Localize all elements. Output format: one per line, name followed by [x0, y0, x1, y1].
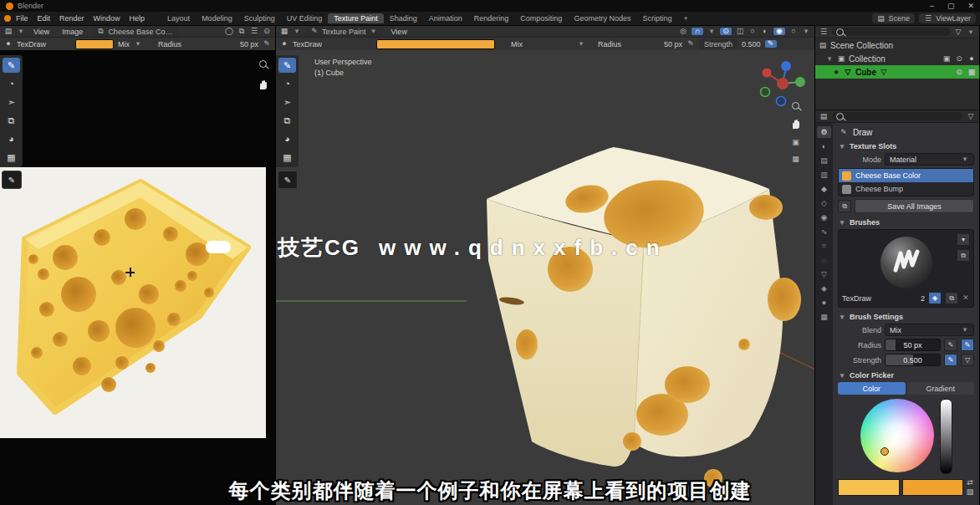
mode-selector[interactable]: ✎ Texture Paint ▾ — [305, 27, 383, 37]
brush-thumb-icon[interactable]: ● — [4, 40, 13, 48]
blend-mode[interactable]: Mix — [118, 40, 130, 48]
menu-edit[interactable]: Edit — [33, 13, 55, 23]
image-view-menu[interactable]: View — [29, 27, 54, 37]
brush-color-swatch[interactable] — [376, 39, 495, 49]
tool-draw[interactable]: ✎ — [3, 58, 20, 73]
radius-pressure-icon[interactable]: ✎ — [944, 339, 957, 351]
hide-icon[interactable]: ⊙ — [955, 55, 963, 63]
blend-dropdown[interactable]: Mix ▾ — [885, 324, 974, 336]
blend-dropdown-icon[interactable]: ▾ — [134, 40, 142, 48]
outliner-row-collection[interactable]: ▾ ▣ Collection ▣ ⊙ ● — [815, 52, 979, 65]
image-image-menu[interactable]: Image — [58, 27, 87, 37]
pan-hand-icon[interactable] — [258, 79, 268, 90]
strength-pressure-icon[interactable]: ✎ — [944, 354, 957, 366]
slot-bump[interactable]: Cheese Bump — [839, 182, 973, 196]
tab-shading[interactable]: Shading — [384, 13, 423, 23]
strength-extra-icon[interactable]: ▽ — [961, 354, 974, 366]
tool-annotate[interactable]: ✎ — [2, 171, 22, 189]
color-picker-panel-header[interactable]: ▾ Color Picker — [838, 371, 974, 380]
tab-scripting[interactable]: Scripting — [636, 13, 677, 23]
brush-thumb-icon[interactable]: ● — [280, 40, 288, 48]
color-tab[interactable]: Color — [838, 382, 906, 395]
menu-window[interactable]: Window — [89, 13, 125, 23]
snap-icon[interactable]: ∩ — [692, 28, 703, 35]
tool-smear[interactable]: ➣ — [3, 94, 20, 110]
filter-icon[interactable]: ▽ — [954, 28, 962, 36]
outliner-search-input[interactable] — [832, 28, 950, 36]
tab-modifiers[interactable]: ∿ — [817, 226, 831, 237]
brush-preview[interactable]: ▾ ⧉ TexDraw 2 ◈ ⧉ ✕ — [838, 229, 974, 308]
tool-smear[interactable]: ➣ — [278, 94, 296, 110]
brushes-panel-header[interactable]: ▾ Brushes — [838, 218, 974, 227]
outliner-row-cube[interactable]: ● ▽ Cube ▽ ⊙ ▣ — [815, 65, 979, 79]
tab-world[interactable]: ◇ — [817, 197, 831, 209]
viewport-ortho-icon[interactable]: ▦ — [792, 156, 800, 163]
shading-solid-icon[interactable]: ◐ — [761, 28, 769, 35]
strength-pressure-icon[interactable]: ✎ — [765, 40, 777, 48]
proportional-edit-icon[interactable]: ⊙ — [720, 28, 732, 35]
radius-slider[interactable]: 50 px — [885, 339, 941, 351]
brush-color-swatch[interactable] — [75, 39, 114, 49]
tab-geometry-nodes[interactable]: Geometry Nodes — [568, 13, 636, 23]
tool-mask[interactable]: ▦ — [278, 150, 296, 165]
browse-brush-icon[interactable]: ▾ — [957, 233, 970, 246]
image-datablock-selector[interactable]: ⧉ Cheese Base Color — [91, 27, 178, 37]
unlink-icon[interactable]: ✕ — [962, 294, 970, 302]
render-visibility-icon[interactable]: ▣ — [967, 69, 976, 76]
tool-clone[interactable]: ⧉ — [3, 113, 20, 128]
viewport-zoom-icon[interactable] — [792, 102, 799, 110]
view-layer-selector[interactable]: ☰ ViewLayer — [919, 13, 976, 23]
pivot-icon[interactable]: ◎ — [679, 28, 687, 35]
shading-rendered-icon[interactable]: ○ — [789, 28, 798, 35]
tab-object-data[interactable]: ◈ — [817, 283, 831, 294]
tab-texture[interactable]: ▦ — [817, 311, 831, 323]
brush-settings-panel-header[interactable]: ▾ Brush Settings — [838, 313, 974, 321]
tab-object[interactable]: ◉ — [817, 212, 831, 223]
strength-slider[interactable]: 0.500 — [885, 354, 941, 366]
tab-modeling[interactable]: Modeling — [196, 13, 238, 23]
tab-constraints[interactable]: ▽ — [817, 268, 831, 280]
pressure-icon[interactable]: ✎ — [687, 40, 695, 48]
tab-physics[interactable]: ◌ — [817, 254, 831, 266]
brush-name[interactable]: TexDraw — [17, 40, 46, 48]
radius-unit-icon[interactable]: ✎ — [961, 339, 974, 351]
tab-animation[interactable]: Animation — [423, 13, 468, 23]
close-button[interactable]: ✕ — [967, 2, 974, 10]
tab-uv-editing[interactable]: UV Editing — [281, 13, 329, 23]
tool-clone[interactable]: ⧉ — [278, 113, 296, 128]
brush-users-count[interactable]: 2 — [921, 294, 925, 303]
shading-material-icon[interactable]: ◉ — [773, 28, 785, 35]
save-all-images-button[interactable]: Save All Images — [855, 199, 974, 213]
tool-draw[interactable]: ✎ — [278, 58, 296, 73]
menu-help[interactable]: Help — [125, 13, 150, 23]
tool-fill[interactable]: ◕ — [278, 131, 296, 146]
value-slider[interactable] — [940, 399, 952, 474]
blend-dropdown-icon[interactable]: ▾ — [577, 40, 585, 48]
brush-datablock-name[interactable]: TexDraw — [842, 294, 871, 303]
tab-sculpting[interactable]: Sculpting — [238, 13, 281, 23]
maximize-button[interactable]: ▢ — [947, 2, 955, 10]
color-wheel[interactable] — [860, 399, 934, 472]
duplicate-icon[interactable]: ⧉ — [945, 292, 958, 304]
filter-icon[interactable]: ▽ — [967, 113, 975, 120]
menu-file[interactable]: File — [12, 13, 33, 23]
expand-icon[interactable]: ▾ — [825, 55, 834, 63]
selectability-icon[interactable]: ● — [967, 55, 976, 63]
blend-mode[interactable]: Mix — [511, 40, 523, 48]
editor-type-icon[interactable]: ▦ — [280, 28, 288, 35]
add-workspace-button[interactable]: + — [677, 13, 693, 23]
tool-soften[interactable]: ◔ — [3, 76, 20, 91]
mode-dropdown[interactable]: Material ▾ — [885, 153, 974, 166]
outliner-row-scene-collection[interactable]: ▤ Scene Collection — [815, 38, 979, 52]
tab-rendering[interactable]: Rendering — [468, 13, 515, 23]
tab-scene[interactable]: ◆ — [817, 183, 831, 195]
overlays-icon[interactable]: ◫ — [736, 28, 744, 35]
tab-view-layer[interactable]: ▥ — [817, 169, 831, 181]
brush-name[interactable]: TexDraw — [293, 40, 322, 48]
image-pin-icon[interactable]: ⧉ — [237, 28, 246, 35]
editor-type-icon[interactable]: ▤ — [4, 28, 13, 35]
image-editor-canvas[interactable]: ✎ ◔ ➣ ⧉ ◕ ▦ ✎ — [0, 50, 275, 505]
properties-editor-icon[interactable]: ▤ — [819, 113, 828, 120]
strength-value[interactable]: 0.500 — [742, 40, 761, 48]
tool-annotate[interactable]: ✎ — [278, 171, 298, 189]
